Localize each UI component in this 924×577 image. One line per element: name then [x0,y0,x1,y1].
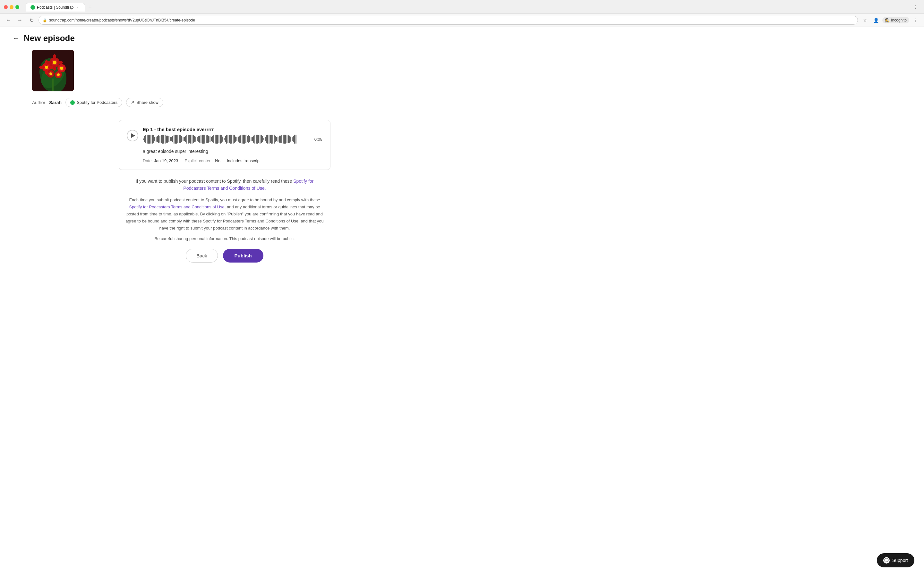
close-window-btn[interactable] [4,5,8,9]
address-bar[interactable]: 🔒 soundtrap.com/home/creator/podcasts/sh… [39,16,858,25]
waveform-bar [294,135,295,143]
waveform-bar [261,135,262,143]
waveform-bar [147,135,148,143]
waveform [143,134,312,144]
waveform-bar [270,135,271,143]
back-nav-btn[interactable]: ← [4,16,13,25]
refresh-nav-btn[interactable]: ↻ [27,16,36,25]
waveform-bar [286,135,288,143]
terms-body-text-prefix: Each time you submit podcast content to … [129,197,320,202]
waveform-bar [292,137,292,141]
profile-icon[interactable]: 👤 [871,16,880,25]
waveform-bar [211,137,212,141]
play-button[interactable] [127,130,138,141]
lock-icon: 🔒 [43,18,47,23]
tab-close-btn[interactable]: × [76,5,80,10]
waveform-bar [194,136,195,142]
waveform-bar [240,135,241,143]
waveform-bar [243,135,244,143]
waveform-bar [172,136,173,142]
page-content: ← New episode [0,27,449,282]
waveform-bar [190,135,191,143]
waveform-bar [175,135,176,143]
waveform-bar [289,135,290,143]
maximize-window-btn[interactable] [15,5,19,9]
episode-meta: Date Jan 19, 2023 Explicit content No In… [143,158,322,163]
active-tab[interactable]: Podcasts | Soundtrap × [26,3,85,11]
svg-point-21 [57,61,63,64]
window-controls[interactable]: ⋮ [911,3,920,11]
waveform-bar [184,137,185,141]
waveform-bar [150,135,152,143]
publish-button[interactable]: Publish [223,249,263,263]
svg-point-16 [39,66,45,69]
nav-bar: ← → ↻ 🔒 soundtrap.com/home/creator/podca… [0,13,924,27]
waveform-row: 0:08 [143,134,322,144]
svg-point-18 [53,54,56,61]
episode-title: Ep 1 - the best episode everrrrr [143,127,322,132]
waveform-bar [296,135,296,143]
waveform-bar [186,135,187,143]
browser-chrome: Podcasts | Soundtrap × + ⋮ ← → ↻ 🔒 sound… [0,0,924,27]
waveform-bar [260,135,260,143]
waveform-bar [226,135,227,143]
forward-nav-btn[interactable]: → [15,16,24,25]
svg-point-20 [46,61,53,64]
explicit-value: No [215,158,220,163]
share-icon: ↗ [131,100,134,105]
waveform-bar [178,135,178,143]
spotify-icon [70,100,75,105]
waveform-bar [288,135,289,143]
waveform-bar [183,137,184,141]
waveform-bar [206,135,207,143]
waveform-bar [167,135,168,142]
waveform-bar [225,136,226,142]
waveform-bar [188,135,189,143]
waveform-bar [198,136,199,142]
waveform-bar [266,135,267,143]
waveform-bar [162,135,163,143]
waveform-bar [247,136,248,143]
action-buttons: Back Publish [13,249,436,263]
waveform-bar [197,137,198,142]
bookmark-icon[interactable]: ☆ [861,16,869,25]
waveform-bar [195,137,196,141]
waveform-bar [152,135,153,143]
waveform-bar [268,135,270,143]
author-row: Author Sarah Spotify for Podcasters ↗ Sh… [32,98,436,107]
waveform-bar [217,135,218,143]
waveform-bar [192,135,192,143]
waveform-bar [278,137,278,141]
waveform-bar [176,135,177,143]
waveform-bar [248,135,249,143]
author-label: Author [32,100,45,105]
waveform-bar [161,135,162,143]
waveform-bar [252,137,253,142]
waveform-bar [181,136,182,142]
waveform-bar [276,137,277,142]
terms-body-link[interactable]: Spotify for Podcasters Terms and Conditi… [129,205,224,210]
svg-point-25 [49,73,52,75]
page-back-btn[interactable]: ← [13,35,19,42]
nav-right-controls: ☆ 👤 🕵️ Incognito ⋮ [861,16,920,25]
spotify-podcasters-btn[interactable]: Spotify for Podcasters [65,98,122,107]
new-tab-btn[interactable]: + [86,3,94,11]
episode-description: a great episode super interesting [143,149,322,154]
waveform-bar [272,135,273,143]
waveform-bar [274,135,275,143]
waveform-bar [235,137,236,142]
back-button[interactable]: Back [186,249,218,263]
title-bar: Podcasts | Soundtrap × + ⋮ [0,0,924,13]
waveform-bar [267,135,268,143]
share-btn-label: Share show [136,100,158,105]
play-icon [131,133,135,138]
svg-point-22 [45,66,48,69]
svg-point-24 [60,67,63,70]
waveform-bar [228,135,228,143]
browser-menu-btn[interactable]: ⋮ [911,16,920,25]
terms-warning: Be careful sharing personal information.… [125,236,324,241]
waveform-bar [185,136,186,143]
minimize-window-btn[interactable] [10,5,13,9]
share-show-btn[interactable]: ↗ Share show [126,98,163,107]
waveform-bar [262,136,263,142]
